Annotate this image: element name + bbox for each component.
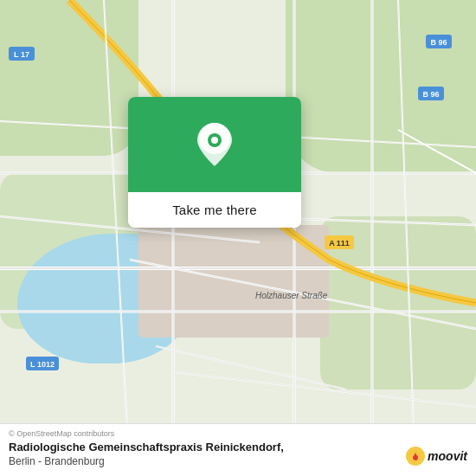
svg-text:L 17: L 17 bbox=[14, 50, 29, 59]
place-subtitle: Berlin - Brandenburg bbox=[9, 455, 467, 467]
moovit-icon bbox=[406, 447, 425, 466]
popup-card: Take me there bbox=[128, 97, 301, 228]
svg-line-26 bbox=[156, 346, 346, 389]
svg-text:B 96: B 96 bbox=[422, 90, 439, 99]
map-container: A 111 A 111 L 17 B 96 B 96 L 1012 Holzha… bbox=[0, 0, 476, 476]
bottom-info-bar: © OpenStreetMap contributors Radiologisc… bbox=[0, 423, 476, 476]
map-attribution: © OpenStreetMap contributors bbox=[9, 429, 467, 438]
svg-text:B 96: B 96 bbox=[430, 38, 447, 47]
svg-text:Holzhauser Straße: Holzhauser Straße bbox=[255, 291, 328, 300]
svg-text:L 1012: L 1012 bbox=[30, 360, 55, 369]
svg-line-28 bbox=[173, 372, 476, 407]
moovit-wordmark: moovit bbox=[428, 449, 467, 463]
place-name: Radiologische Gemeinschaftspraxis Reinic… bbox=[9, 441, 467, 455]
moovit-logo: moovit bbox=[406, 447, 467, 466]
svg-line-19 bbox=[104, 0, 130, 476]
svg-text:A 111: A 111 bbox=[329, 239, 350, 248]
location-pin-icon bbox=[197, 123, 232, 166]
svg-point-44 bbox=[211, 137, 218, 144]
svg-line-24 bbox=[398, 0, 415, 476]
road-network: A 111 A 111 L 17 B 96 B 96 L 1012 Holzha… bbox=[0, 0, 476, 476]
take-me-there-button[interactable]: Take me there bbox=[128, 192, 301, 228]
svg-line-22 bbox=[398, 130, 476, 173]
popup-map-preview bbox=[128, 97, 301, 192]
